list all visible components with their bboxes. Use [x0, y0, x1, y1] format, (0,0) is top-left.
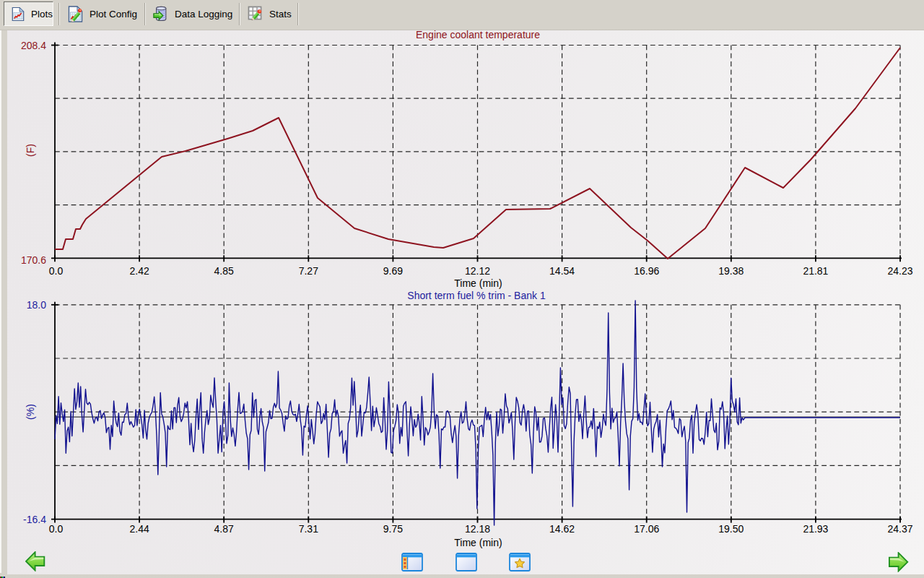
svg-text:21.93: 21.93	[803, 523, 828, 535]
svg-text:16.96: 16.96	[634, 265, 659, 277]
svg-text:4.85: 4.85	[214, 265, 234, 277]
svg-text:Time (min): Time (min)	[454, 537, 502, 548]
svg-text:0.0: 0.0	[49, 265, 64, 277]
svg-text:7.27: 7.27	[299, 265, 318, 277]
svg-text:12.18: 12.18	[465, 523, 490, 535]
svg-text:2.44: 2.44	[129, 523, 149, 535]
svg-text:17.06: 17.06	[634, 523, 659, 535]
svg-text:18.0: 18.0	[27, 299, 46, 311]
svg-text:(%): (%)	[25, 404, 36, 420]
svg-text:24.23: 24.23	[887, 265, 912, 277]
svg-text:9.75: 9.75	[383, 523, 403, 535]
svg-text:(F): (F)	[25, 144, 36, 157]
svg-text:9.69: 9.69	[383, 265, 403, 277]
svg-text:Short term fuel % trim - Bank: Short term fuel % trim - Bank 1	[407, 290, 546, 301]
svg-text:170.6: 170.6	[21, 254, 46, 266]
svg-text:0.0: 0.0	[49, 523, 64, 535]
svg-text:208.4: 208.4	[21, 40, 46, 51]
svg-text:21.81: 21.81	[803, 265, 828, 277]
svg-text:Time (min): Time (min)	[454, 277, 502, 289]
svg-text:2.42: 2.42	[129, 265, 149, 277]
svg-text:Engine coolant temperature: Engine coolant temperature	[416, 29, 540, 40]
svg-text:14.62: 14.62	[549, 523, 575, 535]
svg-text:12.12: 12.12	[465, 265, 490, 277]
svg-text:7.31: 7.31	[299, 523, 318, 535]
svg-text:-16.4: -16.4	[23, 514, 46, 525]
svg-text:19.50: 19.50	[718, 523, 744, 535]
svg-text:24.37: 24.37	[887, 523, 912, 535]
svg-text:19.38: 19.38	[718, 265, 744, 277]
svg-text:14.54: 14.54	[549, 265, 575, 277]
svg-text:4.87: 4.87	[214, 523, 234, 535]
